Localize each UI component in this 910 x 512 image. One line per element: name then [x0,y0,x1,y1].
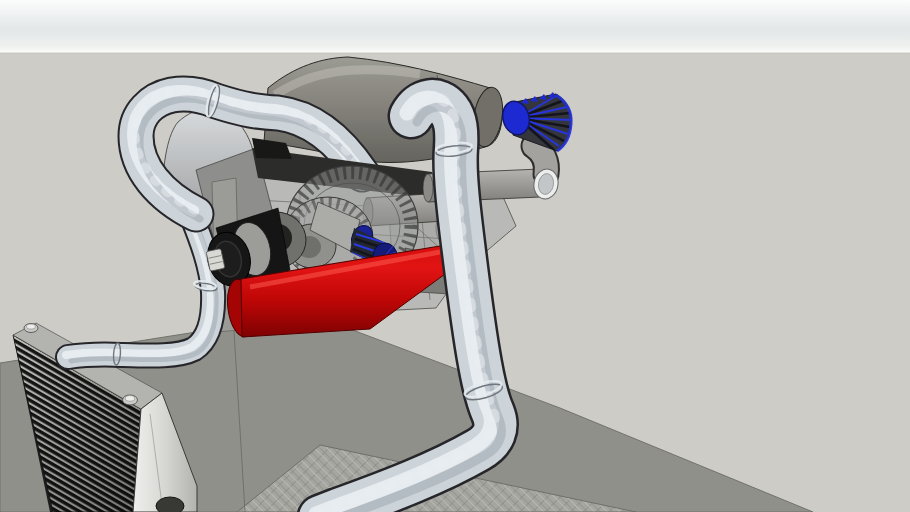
render-canvas [0,0,910,512]
radiator-inlet-bung [24,324,38,333]
radiator-outlet [156,497,184,512]
model-viewport[interactable] [0,0,910,512]
radiator-bung-2 [123,395,138,405]
